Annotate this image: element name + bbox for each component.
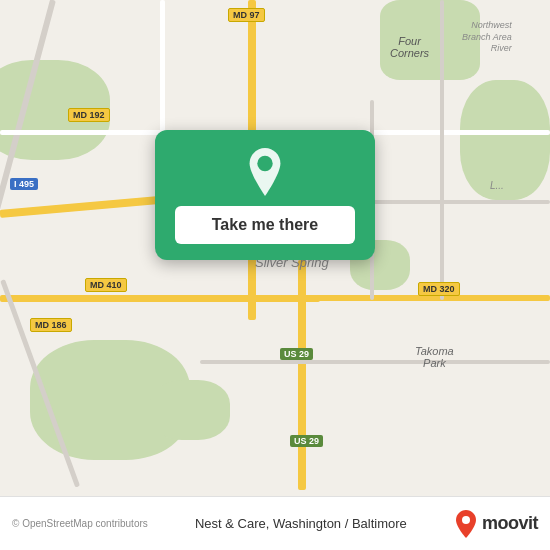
popup-card: Take me there: [155, 130, 375, 260]
map-attribution: © OpenStreetMap contributors: [12, 518, 148, 529]
take-me-there-button[interactable]: Take me there: [175, 206, 355, 244]
svg-point-1: [462, 516, 470, 524]
location-name: Nest & Care, Washington / Baltimore: [195, 516, 407, 531]
moovit-pin-icon: [454, 510, 478, 538]
moovit-brand-text: moovit: [482, 513, 538, 534]
map-container: MD 97 MD 192 MD 97 I 495 MD 410 MD 186 M…: [0, 0, 550, 550]
road-md320: [280, 295, 550, 301]
place-label-four-corners: FourCorners: [390, 35, 429, 59]
svg-point-0: [257, 156, 272, 171]
road-md410: [0, 295, 320, 302]
road-label-md320: MD 320: [418, 282, 460, 296]
bottom-bar: © OpenStreetMap contributors Nest & Care…: [0, 496, 550, 550]
road-label-i495: I 495: [10, 178, 38, 190]
location-pin-icon: [241, 148, 289, 196]
road-label-md192: MD 192: [68, 108, 110, 122]
road-label-md410: MD 410: [85, 278, 127, 292]
place-label-takoma-park: TakomaPark: [415, 345, 454, 369]
road-label-us29-1: US 29: [280, 348, 313, 360]
moovit-logo: moovit: [454, 510, 538, 538]
park-area-4: [460, 80, 550, 200]
road-vert-3: [440, 0, 444, 300]
road-label-md186: MD 186: [30, 318, 72, 332]
park-area-5: [150, 380, 230, 440]
place-label-northwest: NorthwestBranch AreaRiver: [462, 20, 512, 55]
place-label-right: L...: [490, 180, 504, 191]
road-horiz-3: [200, 360, 550, 364]
road-label-md97-top: MD 97: [228, 8, 265, 22]
road-label-us29-2: US 29: [290, 435, 323, 447]
